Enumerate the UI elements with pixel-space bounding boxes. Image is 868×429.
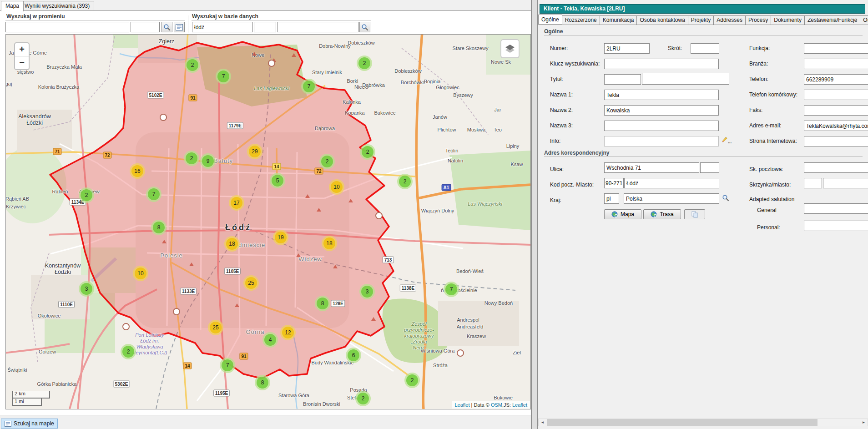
map-marker-dot[interactable] — [122, 323, 130, 330]
radius-search-button[interactable] — [161, 22, 172, 32]
map-cluster-marker[interactable]: 18 — [224, 236, 240, 252]
tab-procesy[interactable]: Procesy — [746, 15, 771, 25]
map-cluster-marker[interactable]: 25 — [243, 275, 259, 291]
map-cluster-marker[interactable]: 29 — [247, 144, 262, 159]
map-cluster-marker[interactable]: 3 — [79, 281, 94, 297]
map-cluster-marker[interactable]: 8 — [255, 375, 270, 390]
map-marker-dot[interactable] — [375, 212, 383, 219]
map-cluster-marker[interactable]: 16 — [130, 163, 145, 179]
strona-internetowa-field[interactable] — [804, 136, 868, 146]
info-field[interactable] — [604, 136, 719, 146]
osm-link[interactable]: OSM — [491, 402, 502, 408]
map-cluster-marker[interactable]: 6 — [346, 348, 361, 363]
map-cluster-marker[interactable]: 17 — [229, 195, 244, 211]
map-cluster-marker[interactable]: 25 — [208, 320, 223, 335]
map-cluster-marker[interactable]: 2 — [404, 373, 420, 388]
map-cluster-marker[interactable]: 2 — [357, 56, 372, 71]
general-salutation-field[interactable] — [804, 203, 868, 214]
tab-komunikacja[interactable]: Komunikacja — [600, 15, 637, 25]
db-query-input[interactable] — [192, 22, 253, 32]
tab-zestawienia-funkcje[interactable]: Zestawienia/Funkcje — [805, 15, 860, 25]
map-cluster-marker[interactable]: 19 — [273, 230, 288, 245]
map-cluster-marker[interactable]: 4 — [262, 332, 278, 348]
tab-osoba-kontaktowa[interactable]: Osoba kontaktowa — [637, 15, 688, 25]
skrzynka-field-2[interactable] — [823, 178, 868, 188]
funkcja-field[interactable] — [804, 43, 868, 54]
tab-dokumenty[interactable]: Dokumenty — [771, 15, 805, 25]
kod-pocztowy-field[interactable] — [604, 178, 624, 188]
faks-field[interactable] — [804, 105, 868, 116]
map-cluster-marker[interactable]: 2 — [79, 187, 94, 203]
copy-address-button[interactable] — [684, 209, 705, 219]
leaflet-map[interactable]: 2772295222728337827682241629101718191810… — [5, 34, 531, 409]
map-cluster-marker[interactable]: 7 — [444, 282, 459, 297]
db-field3-input[interactable] — [277, 22, 358, 32]
trasa-button[interactable]: Trasa — [643, 209, 681, 219]
scroll-left-arrow[interactable]: ◄ — [539, 419, 546, 426]
nazwa3-field[interactable] — [604, 121, 719, 131]
tab-output-settings[interactable]: Output settings — [860, 15, 868, 25]
tab-rozszerzone[interactable]: Rozszerzone — [562, 15, 600, 25]
map-cluster-marker[interactable]: 3 — [359, 284, 375, 299]
map-cluster-marker[interactable]: 10 — [329, 179, 344, 195]
leaflet-link[interactable]: Leaflet — [512, 402, 527, 408]
map-cluster-marker[interactable]: 2 — [319, 154, 335, 169]
mapa-button[interactable]: Mapa — [604, 209, 641, 219]
db-search-button[interactable] — [359, 22, 370, 32]
panel-splitter[interactable] — [531, 0, 538, 429]
map-cluster-marker[interactable]: 9 — [200, 153, 216, 169]
tytul-field-2[interactable] — [642, 73, 729, 85]
map-cluster-marker[interactable]: 2 — [360, 144, 375, 160]
branza-field[interactable] — [804, 59, 868, 69]
map-cluster-marker[interactable]: 10 — [133, 266, 148, 281]
kraj-name-field[interactable] — [624, 193, 719, 204]
tab-addresses[interactable]: Addresses — [714, 15, 746, 25]
map-marker-dot[interactable] — [160, 114, 167, 121]
tytul-field-1[interactable] — [604, 74, 641, 85]
ulica-extra-field[interactable] — [700, 162, 719, 173]
skrot-field[interactable] — [691, 43, 719, 54]
adres-email-field[interactable] — [804, 121, 868, 131]
map-cluster-marker[interactable]: 8 — [315, 296, 330, 311]
map-cluster-marker[interactable]: 2 — [184, 151, 199, 166]
skrzynka-field-1[interactable] — [804, 178, 822, 188]
map-marker-dot[interactable] — [457, 349, 464, 357]
radius-address-input[interactable] — [5, 22, 129, 32]
status-item-search-on-map[interactable]: Szukaj na mapie — [1, 419, 58, 429]
map-marker-dot[interactable] — [268, 60, 275, 67]
leaflet-link[interactable]: Leaflet — [454, 402, 469, 408]
radius-distance-input[interactable] — [131, 22, 160, 32]
map-cluster-marker[interactable]: 7 — [146, 187, 161, 202]
zoom-in-button[interactable]: + — [15, 43, 29, 56]
map-layers-control[interactable] — [500, 39, 520, 58]
tab-projekty[interactable]: Projekty — [688, 15, 714, 25]
personal-salutation-field[interactable] — [804, 221, 868, 231]
map-cluster-marker[interactable]: 2 — [355, 391, 371, 406]
map-cluster-marker[interactable]: 7 — [301, 79, 317, 94]
tab-ogólne[interactable]: Ogólne — [538, 15, 562, 25]
map-cluster-marker[interactable]: 2 — [397, 174, 413, 189]
kraj-code-field[interactable] — [604, 193, 619, 204]
map-cluster-marker[interactable]: 12 — [280, 325, 296, 340]
numer-field[interactable] — [604, 43, 650, 54]
map-cluster-marker[interactable]: 18 — [322, 236, 337, 251]
map-cluster-marker[interactable]: 2 — [121, 344, 136, 359]
map-cluster-marker[interactable]: 2 — [185, 57, 200, 73]
telefon-komorkowy-field[interactable] — [804, 90, 868, 100]
kraj-lookup-button[interactable] — [722, 194, 729, 202]
scrollbar-thumb[interactable] — [547, 419, 818, 426]
scroll-right-arrow[interactable]: ► — [860, 419, 868, 426]
map-cluster-marker[interactable]: 8 — [151, 220, 167, 235]
miasto-field[interactable] — [624, 178, 719, 188]
ulica-field[interactable] — [604, 162, 699, 173]
klucz-wyszukiwania-field[interactable] — [604, 59, 719, 69]
nazwa1-field[interactable] — [604, 90, 719, 100]
telefon-field[interactable] — [804, 74, 868, 85]
map-cluster-marker[interactable]: 5 — [270, 173, 285, 188]
horizontal-scrollbar[interactable]: ◄ ► — [538, 419, 868, 426]
map-cluster-marker[interactable]: 7 — [220, 358, 235, 373]
map-marker-dot[interactable] — [173, 308, 180, 315]
info-edit-button[interactable]: ... — [721, 136, 732, 143]
map-cluster-marker[interactable]: 7 — [216, 69, 231, 84]
tab-mapa[interactable]: Mapa — [1, 1, 24, 11]
